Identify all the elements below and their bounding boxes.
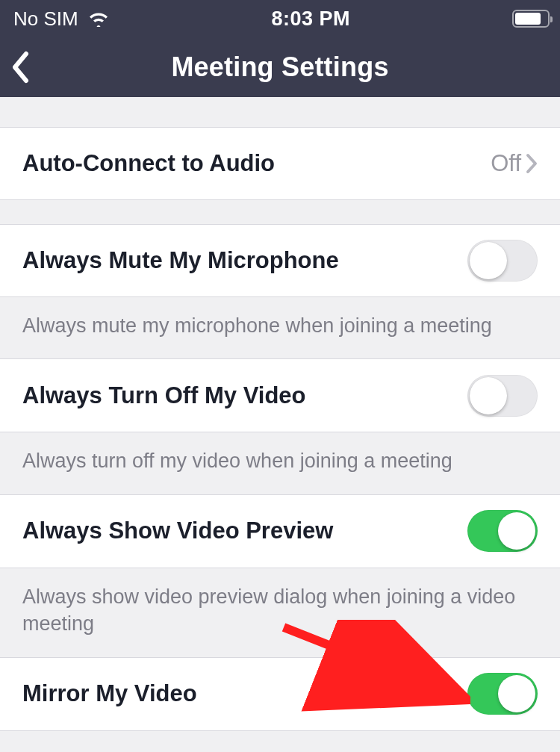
always-show-preview-toggle[interactable] (467, 510, 538, 552)
chevron-right-icon (526, 153, 538, 174)
always-turn-off-video-desc: Always turn off my video when joining a … (0, 432, 560, 494)
always-turn-off-video-toggle[interactable] (467, 375, 538, 417)
always-mute-mic-toggle[interactable] (467, 240, 538, 282)
always-mute-mic-row[interactable]: Always Mute My Microphone (0, 224, 560, 297)
back-button[interactable] (10, 51, 31, 84)
always-mute-mic-label: Always Mute My Microphone (22, 247, 339, 274)
status-time: 8:03 PM (272, 7, 351, 31)
carrier-text: No SIM (13, 7, 78, 31)
always-show-preview-row[interactable]: Always Show Video Preview (0, 495, 560, 568)
section-spacer (0, 200, 560, 224)
battery-icon (512, 10, 550, 28)
status-left: No SIM (13, 7, 110, 31)
wifi-icon (87, 10, 110, 27)
page-title: Meeting Settings (171, 52, 388, 83)
always-turn-off-video-row[interactable]: Always Turn Off My Video (0, 359, 560, 432)
mirror-my-video-toggle[interactable] (467, 673, 538, 715)
status-bar: No SIM 8:03 PM (0, 0, 560, 37)
mirror-my-video-row[interactable]: Mirror My Video (0, 658, 560, 731)
always-show-preview-desc: Always show video preview dialog when jo… (0, 568, 560, 658)
nav-header: Meeting Settings (0, 37, 560, 97)
mirror-my-video-label: Mirror My Video (22, 680, 197, 707)
status-right (512, 10, 550, 28)
always-mute-mic-desc: Always mute my microphone when joining a… (0, 297, 560, 359)
always-turn-off-video-label: Always Turn Off My Video (22, 382, 306, 409)
always-show-preview-label: Always Show Video Preview (22, 518, 333, 544)
row-right: Off (491, 150, 538, 177)
auto-connect-audio-label: Auto-Connect to Audio (22, 150, 275, 177)
auto-connect-audio-value: Off (491, 150, 521, 177)
auto-connect-audio-row[interactable]: Auto-Connect to Audio Off (0, 127, 560, 200)
section-spacer (0, 97, 560, 127)
